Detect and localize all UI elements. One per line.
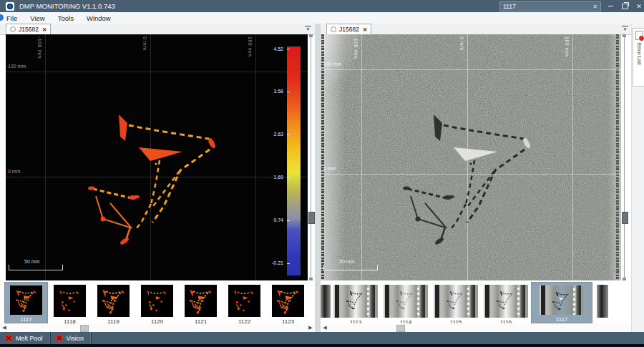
melt-thumb-image [185, 285, 217, 317]
right-zoom-slider[interactable] [622, 34, 628, 280]
status-bar: Melt Pool Vision [0, 332, 644, 344]
left-thumbnail-strip: 1117 1118 1119 1120 1121 1122 1123 [0, 282, 315, 323]
thumbnail-1113[interactable]: 1113 [331, 282, 381, 323]
thumbnail-1115[interactable]: 1115 [431, 282, 481, 323]
melt-pool-icon [5, 335, 12, 342]
colorbar-tick: -0.21 [265, 260, 283, 265]
scroll-right-icon[interactable]: ▶ [306, 325, 315, 331]
thumbnail-1117[interactable]: 1117 [531, 282, 592, 323]
scroll-left-icon[interactable]: ◀ [0, 325, 9, 331]
left-tab-bar: J15682 ✕ ▾ [0, 24, 315, 35]
vision-thumb-image [384, 285, 428, 318]
minimize-button[interactable] [603, 0, 618, 12]
tab-close-icon[interactable]: ✕ [42, 26, 47, 33]
thumb-pattern [540, 285, 584, 315]
vision-thumb-image [540, 285, 584, 315]
colorbar-tick: 3.58 [265, 89, 283, 94]
menu-window[interactable]: Window [80, 14, 117, 22]
melt-thumb-image [228, 285, 260, 317]
status-tab-label: Vision [67, 335, 84, 342]
thumb-pattern [384, 285, 428, 318]
thumbnail-1122[interactable]: 1122 [223, 282, 266, 325]
melt-track-pattern [6, 34, 308, 280]
left-h-scrollbar[interactable]: ◀ ▶ [0, 323, 315, 332]
status-tab-melt-pool[interactable]: Melt Pool [0, 332, 51, 344]
right-h-scrollbar[interactable]: ◀ ▶ [321, 323, 644, 332]
scale-label: 50 mm [24, 259, 39, 264]
thumbnail-partial[interactable] [597, 285, 608, 318]
scale-label: 50 mm [339, 259, 354, 264]
menu-tools[interactable]: Tools [52, 14, 80, 22]
search-clear-icon[interactable]: ✕ [590, 4, 600, 10]
scroll-left-icon[interactable]: ◀ [321, 325, 329, 331]
restore-icon [622, 4, 628, 9]
thumbnail-1123[interactable]: 1123 [266, 282, 310, 325]
bottom-edge [0, 344, 644, 347]
melt-thumb-image [141, 285, 173, 317]
thumb-pattern [434, 285, 478, 318]
thumbnail-1121[interactable]: 1121 [179, 282, 223, 325]
colorbar-tick: 1.69 [265, 175, 283, 180]
thumbnail-partial[interactable] [321, 285, 331, 318]
tab-label: J15682 [339, 26, 359, 33]
melt-thumb-image [54, 285, 86, 317]
tab-label: J15682 [19, 26, 39, 33]
melt-thumb-image [10, 285, 42, 315]
thumb-pattern [484, 285, 528, 318]
thumbnail-label: 1117 [556, 316, 568, 323]
thumbnail-1116[interactable]: 1116 [481, 282, 531, 323]
right-dock-strip: Error List [631, 24, 644, 332]
window-title: DMP MONITORING V1.1.0.743 [19, 2, 115, 10]
vision-image[interactable]: -100 mm 0 mm 100 mm 100 mm 0 mm 50 mm [321, 34, 621, 280]
dock-pin-icon[interactable]: ▾ [622, 26, 628, 33]
document-ring-icon [10, 26, 16, 32]
search-box[interactable]: ✕ [499, 1, 601, 11]
close-icon: ✕ [636, 3, 642, 10]
status-tab-vision[interactable]: Vision [51, 332, 92, 344]
scale-bar [323, 265, 378, 270]
scroll-handle[interactable] [80, 325, 89, 332]
thumbnail-1117[interactable]: 1117 [4, 282, 48, 323]
colorbar-tick: 2.63 [265, 132, 283, 137]
melt-pool-plot[interactable]: -100 mm 0 mm 100 mm 100 mm 0 mm 4.52 3.5… [6, 34, 308, 280]
vision-thumb-image [434, 285, 478, 318]
search-input[interactable] [500, 3, 587, 10]
close-button[interactable]: ✕ [632, 0, 644, 12]
vision-thumb-image [333, 285, 378, 318]
right-tab-bar: J15682 ✕ ▾ [321, 24, 631, 35]
thumbnail-1120[interactable]: 1120 [135, 282, 179, 325]
panel-splitter[interactable] [315, 24, 321, 332]
thumbnail-1118[interactable]: 1118 [48, 282, 92, 325]
error-list-tab[interactable]: Error List [633, 28, 644, 87]
tab-left-j15682[interactable]: J15682 ✕ [6, 24, 51, 35]
minimize-icon [608, 6, 613, 6]
menu-bar: File View Tools Window [0, 12, 644, 24]
vision-icon [56, 335, 63, 342]
slider-handle[interactable] [308, 212, 315, 224]
error-list-label: Error List [636, 43, 643, 64]
vision-track-pattern [321, 34, 621, 280]
scale-bar [9, 265, 63, 270]
colorbar: 4.52 3.58 2.63 1.69 0.74 -0.21 [264, 47, 301, 275]
thumbnail-1119[interactable]: 1119 [92, 282, 135, 325]
thumb-pattern [333, 285, 378, 318]
vision-thumb-image [484, 285, 528, 318]
left-zoom-slider[interactable] [308, 34, 314, 280]
menu-view[interactable]: View [24, 14, 51, 22]
colorbar-tick: 0.74 [265, 218, 283, 223]
thumbnail-1114[interactable]: 1114 [381, 282, 431, 323]
tab-right-j15682[interactable]: J15682 ✕ [326, 24, 371, 35]
scroll-handle[interactable] [396, 325, 405, 332]
melt-thumb-image [97, 285, 130, 317]
slider-handle[interactable] [622, 212, 628, 224]
tab-close-icon[interactable]: ✕ [363, 26, 367, 33]
app-icon [6, 2, 14, 11]
melt-thumb-image [272, 285, 304, 317]
dock-pin-icon[interactable]: ▾ [305, 26, 311, 33]
colorbar-gradient [287, 47, 301, 275]
thumbnail-label: 1117 [20, 316, 32, 323]
status-tab-label: Melt Pool [16, 335, 43, 342]
restore-button[interactable] [618, 0, 632, 12]
error-list-icon [635, 31, 643, 40]
menu-file[interactable]: File [0, 14, 24, 22]
